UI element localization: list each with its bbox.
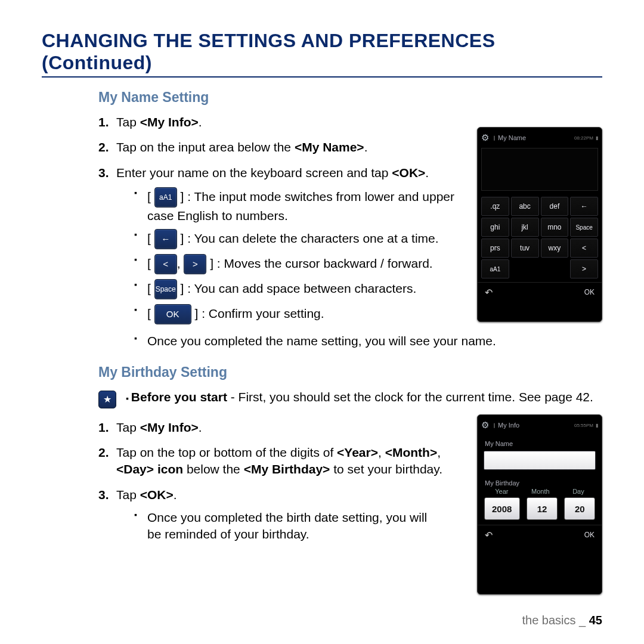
device2-ok[interactable]: OK <box>584 531 595 539</box>
key-abc[interactable]: abc <box>511 197 539 216</box>
star-icon: ★ <box>98 391 116 408</box>
key-qz[interactable]: .qz <box>481 197 509 216</box>
key-aA1[interactable]: aA1 <box>481 259 509 278</box>
dial-year[interactable]: 2008 <box>484 497 520 520</box>
page-title: CHANGING THE SETTINGS AND PREFERENCES (C… <box>42 30 602 74</box>
key-space[interactable]: Space <box>570 218 598 237</box>
key-backspace[interactable]: ← <box>570 197 598 216</box>
device-myname: ⚙ ∥ My Name 08:22PM ▮ .qz abc def ← ghi … <box>477 127 602 322</box>
bday-step-3: 3. Tap <OK>. Once you completed the birt… <box>98 487 444 543</box>
back-icon[interactable]: ↶ <box>485 530 493 541</box>
key-blank <box>511 259 569 277</box>
bday-bullet-done: Once you completed the birth date settin… <box>134 509 444 543</box>
gear-icon: ⚙ <box>481 420 491 431</box>
cursor-right-icon: > <box>184 254 206 274</box>
key-wxy[interactable]: wxy <box>541 239 569 258</box>
myname-input[interactable] <box>484 451 596 470</box>
space-icon: Space <box>154 279 177 299</box>
key-ghi[interactable]: ghi <box>481 218 509 237</box>
title-divider <box>42 76 602 78</box>
bullet-aA1: [ aA1 ] : The input mode switches from l… <box>134 187 462 224</box>
pause-icon: ∥ <box>493 135 496 141</box>
bullet-nav: [ <, > ] : Moves the cursor backward / f… <box>134 254 462 274</box>
page-footer: the basics _ 45 <box>522 614 602 627</box>
gear-icon: ⚙ <box>481 132 491 143</box>
cursor-left-icon: < <box>154 254 177 274</box>
step-2: 2. Tap on the input area below the <My N… <box>98 139 462 156</box>
backspace-icon: ← <box>154 229 177 249</box>
key-prs[interactable]: prs <box>481 239 509 258</box>
bullet-space: [ Space ] : You can add space between ch… <box>134 279 462 299</box>
note-before-you-start: ★ Before you start - First, you should s… <box>98 389 602 408</box>
key-tuv[interactable]: tuv <box>511 239 539 258</box>
bday-step-2: 2. Tap on the top or bottom of the digit… <box>98 444 444 478</box>
device1-ok[interactable]: OK <box>584 288 595 296</box>
section-my-birthday-heading: My Birthday Setting <box>98 364 602 380</box>
key-right[interactable]: > <box>570 259 598 278</box>
bullet-done: Once you completed the name setting, you… <box>134 333 602 349</box>
ok-icon: OK <box>154 304 191 324</box>
back-icon[interactable]: ↶ <box>485 287 493 298</box>
key-left[interactable]: < <box>570 239 598 258</box>
pause-icon: ∥ <box>493 423 496 428</box>
col-year: Year <box>495 488 508 495</box>
col-month: Month <box>531 488 550 495</box>
label-mybirthday: My Birthday <box>478 478 602 488</box>
step-1: 1. Tap <My Info>. <box>98 114 462 131</box>
label-myname: My Name <box>478 439 602 448</box>
battery-icon: ▮ <box>596 423 598 428</box>
bullet-delete: [ ← ] : You can delete the characters on… <box>134 229 462 249</box>
bday-step-1: 1. Tap <My Info>. <box>98 419 444 436</box>
device1-time: 08:22PM <box>574 135 593 141</box>
section-my-name-heading: My Name Setting <box>98 89 602 106</box>
battery-icon: ▮ <box>596 135 598 141</box>
aA1-icon: aA1 <box>154 187 177 208</box>
dial-day[interactable]: 20 <box>564 497 595 520</box>
device2-title: My Info <box>498 422 519 429</box>
keypad: .qz abc def ← ghi jkl mno Space prs tuv … <box>478 193 602 282</box>
device2-time: 05:55PM <box>574 423 593 428</box>
device-myinfo: ⚙ ∥ My Info 05:55PM ▮ My Name My Birthda… <box>477 414 602 595</box>
col-day: Day <box>572 488 584 495</box>
dial-month[interactable]: 12 <box>527 497 558 520</box>
step-3: 3. Enter your name on the keyboard scree… <box>98 165 462 325</box>
key-mno[interactable]: mno <box>541 218 569 237</box>
device1-title: My Name <box>498 134 526 141</box>
key-jkl[interactable]: jkl <box>511 218 539 237</box>
name-display-area[interactable] <box>481 148 598 191</box>
key-def[interactable]: def <box>541 197 569 216</box>
bullet-ok: [ OK ] : Confirm your setting. <box>134 304 462 324</box>
